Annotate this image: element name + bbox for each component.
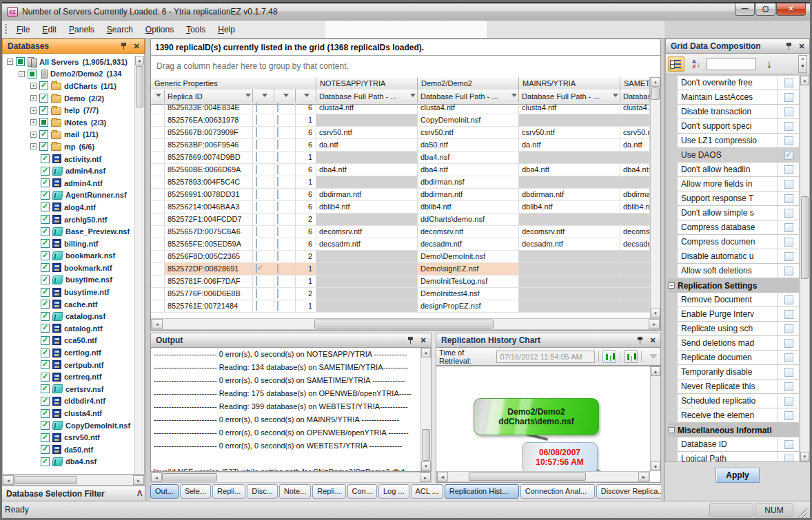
scroll-up-icon[interactable]: ▲	[651, 77, 660, 87]
scrollbar-thumb[interactable]	[651, 87, 660, 100]
expand-toggle[interactable]: +	[30, 83, 37, 89]
apply-button[interactable]: Apply	[715, 468, 760, 483]
composition-item[interactable]: Replicate using sch	[667, 322, 799, 336]
row-checkbox[interactable]	[277, 165, 278, 174]
checkbox-cell[interactable]	[253, 176, 274, 189]
row-indicator-cell[interactable]	[151, 238, 165, 251]
row-checkbox[interactable]	[256, 202, 257, 211]
composition-item[interactable]: Compress documen	[667, 235, 799, 249]
tab-replicationhist[interactable]: Replication Hist...	[445, 484, 519, 499]
composition-item-checkbox[interactable]	[784, 411, 793, 420]
tree-checkbox[interactable]	[41, 154, 50, 163]
row-checkbox[interactable]	[277, 189, 278, 199]
composition-item[interactable]: Send deletions mad	[667, 336, 799, 351]
menu-item-edit[interactable]: Edit	[36, 22, 63, 37]
tree-item[interactable]: admin4.nsf	[3, 165, 144, 177]
db-path-cell[interactable]: da.ntf	[620, 139, 650, 152]
composition-item-checkbox[interactable]	[784, 440, 793, 449]
scrollbar-thumb[interactable]	[801, 196, 809, 279]
db-path-cell[interactable]: dbdirman.ntf	[418, 189, 519, 201]
db-path-cell[interactable]	[519, 176, 620, 189]
tree-checkbox[interactable]	[41, 373, 50, 382]
composition-filter-input[interactable]	[707, 58, 756, 70]
composition-item[interactable]: Never Replicate this	[667, 379, 799, 394]
grid-vertical-scrollbar[interactable]: ▲ ▼	[650, 77, 660, 318]
composition-item[interactable]: Use DAOS	[667, 148, 799, 163]
db-path-cell[interactable]: Demo\signEZ.nsf	[418, 263, 519, 275]
db-path-cell[interactable]: decomsrv.ntf	[418, 226, 519, 238]
tab-con[interactable]: Con...	[347, 484, 377, 499]
tree-item[interactable]: +mail(1/1)	[3, 129, 144, 141]
tree-item[interactable]: −Demo2/Demo2(134	[3, 68, 144, 81]
scroll-left-icon[interactable]: ◄	[152, 319, 163, 329]
row-checkbox[interactable]	[277, 227, 278, 236]
checkbox-cell[interactable]	[274, 164, 296, 176]
checkbox-cell[interactable]	[253, 263, 274, 275]
replica-id-cell[interactable]: 8525633E:004E834E	[165, 102, 253, 114]
db-path-cell[interactable]	[316, 300, 418, 313]
row-checkbox[interactable]	[256, 251, 257, 261]
db-path-cell[interactable]: decomsrv.ntf	[316, 226, 418, 238]
tree-checkbox[interactable]	[41, 227, 50, 236]
row-checkbox[interactable]	[277, 301, 278, 311]
checkbox-cell[interactable]	[253, 139, 274, 152]
row-indicator-cell[interactable]	[151, 201, 165, 214]
db-path-cell[interactable]: ddCharts\demo.nsf	[418, 214, 519, 226]
db-path-cell[interactable]	[316, 263, 418, 275]
composition-item-checkbox[interactable]	[784, 238, 793, 247]
tree-item[interactable]: alog4.ntf	[3, 201, 144, 214]
checkbox-cell[interactable]	[274, 214, 296, 226]
output-log[interactable]: ------------------------- 0 error(s), 0 …	[150, 348, 432, 472]
db-path-cell[interactable]: designPropEZ.nsf	[418, 300, 519, 313]
maximize-button[interactable]: ▢	[755, 3, 775, 16]
db-path-cell[interactable]: dba4.ntf	[418, 164, 519, 176]
db-path-cell[interactable]	[519, 251, 620, 263]
pin-icon[interactable]	[407, 336, 415, 344]
db-path-cell[interactable]: Demo\DemoInit.nsf	[418, 251, 519, 263]
collapse-toggle[interactable]: −	[669, 282, 675, 289]
tree-item[interactable]: certpub.ntf	[3, 359, 144, 371]
tree-checkbox[interactable]	[41, 324, 50, 333]
replica-id-cell[interactable]: 852560BE:0066D69A	[165, 164, 253, 176]
row-checkbox[interactable]	[256, 276, 257, 286]
composition-item[interactable]: Temporarily disable	[667, 365, 799, 379]
db-path-cell[interactable]	[519, 288, 620, 300]
menu-item-file[interactable]: File	[10, 22, 36, 37]
tree-item[interactable]: cache.ntf	[3, 298, 144, 311]
db-path-cell[interactable]: da50.ntf	[418, 139, 519, 152]
db-path-cell[interactable]	[620, 288, 650, 300]
db-path-cell[interactable]	[519, 152, 620, 164]
menu-item-search[interactable]: Search	[101, 22, 139, 37]
scrollbar-thumb[interactable]	[422, 429, 430, 461]
tree-checkbox[interactable]	[39, 118, 48, 127]
tab-connectionanal[interactable]: Connection Anal...	[520, 484, 595, 499]
expand-toggle[interactable]: +	[30, 132, 37, 138]
checkbox-cell[interactable]	[274, 152, 296, 164]
collapse-chevron-icon[interactable]: ᐱ	[137, 490, 141, 497]
db-path-cell[interactable]: DemoInitTesLog.nsf	[418, 275, 519, 288]
composition-item-checkbox[interactable]	[784, 151, 793, 160]
checkbox-cell[interactable]	[253, 152, 274, 164]
tree-checkbox[interactable]	[41, 433, 50, 442]
row-indicator-cell[interactable]	[151, 127, 165, 139]
tab-note[interactable]: Note...	[279, 484, 311, 499]
row-checkbox[interactable]	[256, 127, 257, 137]
tree-item[interactable]: +mp(6/6)	[3, 141, 144, 153]
scroll-down-icon[interactable]: ▼	[651, 309, 660, 318]
checkbox-cell[interactable]	[274, 226, 296, 238]
tree-checkbox[interactable]	[41, 457, 50, 466]
row-checkbox[interactable]	[277, 214, 278, 224]
tree-checkbox[interactable]	[41, 445, 50, 454]
tree-item[interactable]: admin4.ntf	[3, 177, 144, 189]
checkbox-cell[interactable]	[253, 189, 274, 201]
expand-toggle[interactable]: +	[30, 119, 37, 125]
tree-checkbox[interactable]	[39, 106, 48, 115]
db-path-cell[interactable]: dbdirman.nsf	[418, 176, 519, 189]
tab-sele[interactable]: Sele...	[180, 484, 211, 499]
db-path-cell[interactable]	[620, 251, 650, 263]
db-path-cell[interactable]: decsadm.ntf	[316, 238, 418, 251]
db-path-cell[interactable]: decsadm.ntf	[519, 238, 620, 251]
row-checkbox[interactable]	[256, 301, 257, 311]
tab-acl[interactable]: ACL ...	[411, 484, 443, 499]
row-indicator-cell[interactable]	[151, 275, 165, 288]
